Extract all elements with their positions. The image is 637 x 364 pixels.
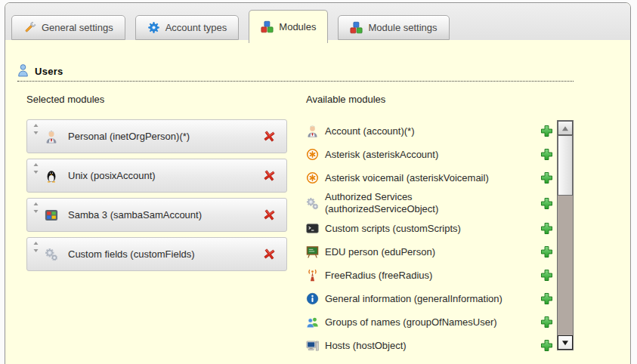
module-label: Groups of names (groupOfNamesUser) xyxy=(325,316,527,329)
module-label: EDU person (eduPerson) xyxy=(325,246,527,258)
add-module-button[interactable] xyxy=(540,171,553,184)
module-label: Custom fields (customFields) xyxy=(68,248,262,260)
selected-module-row[interactable]: Unix (posixAccount) xyxy=(26,159,287,193)
module-label: Asterisk voicemail (asteriskVoicemail) xyxy=(325,172,527,184)
module-label: General information (generalInformation) xyxy=(325,293,527,305)
available-module-row: Authorized Services (authorizedServiceOb… xyxy=(306,190,553,217)
available-module-row: Groups of names (groupOfNamesUser) xyxy=(306,310,553,334)
host-icon xyxy=(306,339,319,352)
available-module-row: General information (generalInformation) xyxy=(306,287,553,310)
add-module-button[interactable] xyxy=(540,197,553,210)
gears-icon xyxy=(306,197,319,210)
add-module-button[interactable] xyxy=(540,339,553,352)
remove-module-button[interactable] xyxy=(262,208,277,222)
add-module-button[interactable] xyxy=(540,148,553,161)
available-module-row: Asterisk voicemail (asteriskVoicemail) xyxy=(306,166,553,190)
scrollbar-thumb[interactable] xyxy=(558,135,573,196)
configuration-window: General settingsAccount typesModulesModu… xyxy=(5,2,631,364)
add-module-button[interactable] xyxy=(540,125,553,137)
person-icon xyxy=(306,125,319,137)
available-modules-list: Account (account)(*)Asterisk (asteriskAc… xyxy=(306,119,553,357)
tab-module-settings[interactable]: Module settings xyxy=(338,15,449,40)
module-label: FreeRadius (freeRadius) xyxy=(325,270,527,282)
remove-module-button[interactable] xyxy=(262,168,277,183)
tab-modules[interactable]: Modules xyxy=(249,10,328,43)
module-label: Account (account)(*) xyxy=(325,125,527,137)
person-icon xyxy=(45,130,58,143)
selected-module-row[interactable]: Samba 3 (sambaSamAccount) xyxy=(26,198,287,232)
gear-icon xyxy=(147,21,160,34)
module-label: Personal (inetOrgPerson)(*) xyxy=(68,131,262,142)
antenna-icon xyxy=(306,269,319,282)
users-section-header: Users xyxy=(17,63,574,82)
remove-module-button[interactable] xyxy=(262,129,277,143)
tab-bar: General settingsAccount typesModulesModu… xyxy=(5,3,630,40)
selected-modules-header: Selected modules xyxy=(26,94,287,105)
module-label: Samba 3 (sambaSamAccount) xyxy=(68,209,262,221)
add-module-button[interactable] xyxy=(540,245,553,258)
selected-modules-list: Personal (inetOrgPerson)(*)Unix (posixAc… xyxy=(26,119,287,271)
available-modules-scrollbar[interactable] xyxy=(557,120,574,350)
windows-icon xyxy=(45,208,58,222)
board-icon xyxy=(306,245,319,258)
tux-icon xyxy=(45,169,58,183)
add-module-button[interactable] xyxy=(540,316,553,329)
available-modules-column: Available modules Account (account)(*)As… xyxy=(306,94,580,357)
tab-label: Module settings xyxy=(368,22,437,33)
tab-label: Modules xyxy=(279,21,316,32)
modules-icon xyxy=(261,20,274,33)
wrench-icon xyxy=(23,21,36,34)
modules-icon xyxy=(350,21,363,34)
add-module-button[interactable] xyxy=(540,292,553,305)
tab-label: General settings xyxy=(42,22,113,33)
info-icon xyxy=(306,292,319,305)
modules-tab-content: Users Selected modules Personal (inetOrg… xyxy=(5,40,630,364)
user-icon xyxy=(17,63,29,77)
asterisk-icon xyxy=(306,148,319,161)
module-label: Asterisk (asteriskAccount) xyxy=(325,149,527,161)
available-module-row: Custom scripts (customScripts) xyxy=(306,217,553,240)
module-label: Custom scripts (customScripts) xyxy=(325,223,527,235)
available-module-row: Hosts (hostObject) xyxy=(306,334,553,357)
drag-handle-icon[interactable] xyxy=(32,163,39,174)
add-module-button[interactable] xyxy=(540,269,553,282)
drag-handle-icon[interactable] xyxy=(32,124,39,134)
module-label: Authorized Services (authorizedServiceOb… xyxy=(325,191,527,215)
drag-handle-icon[interactable] xyxy=(32,202,39,213)
module-label: Unix (posixAccount) xyxy=(68,170,262,181)
selected-module-row[interactable]: Personal (inetOrgPerson)(*) xyxy=(26,119,287,153)
asterisk-icon xyxy=(306,171,319,184)
tab-general-settings[interactable]: General settings xyxy=(11,15,125,40)
drag-handle-icon[interactable] xyxy=(32,242,39,252)
tab-account-types[interactable]: Account types xyxy=(135,15,240,40)
available-modules-header: Available modules xyxy=(306,94,580,105)
scroll-down-button[interactable] xyxy=(558,335,573,350)
remove-module-button[interactable] xyxy=(262,247,277,261)
terminal-icon xyxy=(306,222,319,235)
module-label: Hosts (hostObject) xyxy=(325,340,527,352)
group-icon xyxy=(306,316,319,329)
gears-icon xyxy=(45,248,58,261)
available-module-row: Asterisk (asteriskAccount) xyxy=(306,143,553,166)
add-module-button[interactable] xyxy=(540,222,553,235)
available-module-row: Account (account)(*) xyxy=(306,119,553,143)
selected-modules-column: Selected modules Personal (inetOrgPerson… xyxy=(26,94,287,276)
section-title: Users xyxy=(35,66,63,77)
selected-module-row[interactable]: Custom fields (customFields) xyxy=(26,237,287,271)
available-module-row: EDU person (eduPerson) xyxy=(306,240,553,264)
tab-label: Account types xyxy=(165,22,227,33)
available-module-row: FreeRadius (freeRadius) xyxy=(306,264,553,287)
scroll-up-button[interactable] xyxy=(558,121,573,135)
